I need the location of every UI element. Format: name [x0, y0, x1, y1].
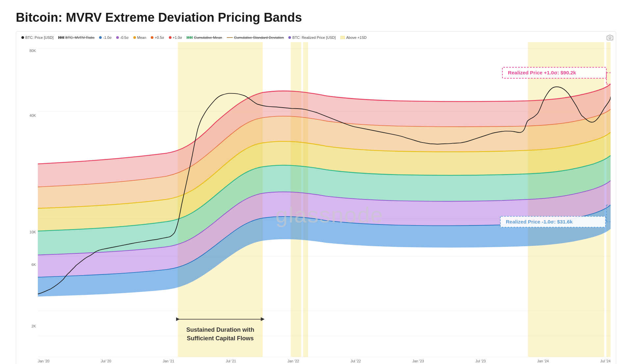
x-label-jan20: Jan '20 [38, 359, 49, 363]
page-title: Bitcoin: MVRV Extreme Deviation Pricing … [16, 11, 616, 25]
legend-label-plus1: +1.0σ [173, 36, 182, 39]
y-label-40k: 40K [29, 114, 36, 117]
legend-label-realized: BTC: Realized Price [USD] [292, 36, 335, 39]
main-chart-svg: glassnode Sustained Duration with Suffic… [38, 42, 611, 357]
legend-label-mean: Mean [137, 36, 146, 39]
svg-text:Sustained Duration with: Sustained Duration with [186, 326, 254, 333]
x-label-jul22: Jul '22 [351, 359, 361, 363]
legend-dot-minus05 [116, 36, 119, 39]
legend-label-plus05: +0.5σ [155, 36, 164, 39]
camera-icon[interactable] [607, 34, 613, 42]
legend-label-cum-mean: Cumulative Mean [194, 36, 222, 39]
legend-cumulative-stddev: Cumulative Standard Deviation [227, 36, 284, 39]
chart-legend: BTC: Price [USD] BTC: MVRV Ratio -1.0σ -… [21, 36, 611, 39]
chart-wrapper: 80K 40K 10K 6K 2K [21, 42, 611, 364]
legend-cumulative-mean: Cumulative Mean [187, 36, 222, 39]
legend-mvrv-ratio: BTC: MVRV Ratio [58, 36, 94, 39]
legend-btc-price: BTC: Price [USD] [21, 36, 54, 39]
svg-text:glassnode: glassnode [276, 203, 384, 227]
y-label-10k: 10K [29, 230, 36, 234]
legend-realized-price: BTC: Realized Price [USD] [288, 36, 335, 39]
chart-container: BTC: Price [USD] BTC: MVRV Ratio -1.0σ -… [16, 31, 616, 364]
legend-dot-realized [288, 36, 291, 39]
legend-minus05sigma: -0.5σ [116, 36, 129, 39]
y-label-6k: 6K [32, 263, 36, 267]
x-label-jul21: Jul '21 [226, 359, 236, 363]
legend-mean: Mean [133, 36, 146, 39]
legend-label-cum-std: Cumulative Standard Deviation [234, 36, 284, 39]
x-label-jul24: Jul '24 [600, 359, 610, 363]
legend-above-1sd: Above +1SD [340, 36, 367, 39]
y-axis: 80K 40K 10K 6K 2K [21, 42, 38, 364]
legend-dot-btc-price [21, 36, 24, 39]
x-label-jan22: Jan '22 [288, 359, 299, 363]
x-axis: Jan '20 Jul '20 Jan '21 Jul '21 Jan '22 … [38, 358, 611, 363]
legend-label-btc-price: BTC: Price [USD] [25, 36, 54, 39]
svg-text:Sufficient Capital Flows: Sufficient Capital Flows [187, 335, 254, 342]
legend-dot-plus05 [151, 36, 153, 39]
legend-label-minus05: -0.5σ [120, 36, 129, 39]
x-label-jan23: Jan '23 [412, 359, 424, 363]
svg-point-0 [609, 37, 611, 39]
x-label-jan24: Jan '24 [537, 359, 549, 363]
legend-label-mvrv: BTC: MVRV Ratio [66, 36, 94, 39]
x-label-jul23: Jul '23 [475, 359, 486, 363]
legend-dot-mean [133, 36, 136, 39]
legend-rect-above1sd [340, 36, 345, 39]
legend-line-mvrv [58, 37, 64, 38]
chart-svg-wrapper: glassnode Sustained Duration with Suffic… [38, 42, 611, 364]
x-label-jul20: Jul '20 [101, 359, 111, 363]
y-label-2k: 2K [32, 324, 36, 328]
legend-minus1sigma: -1.0σ [99, 36, 112, 39]
legend-line-cum-mean [187, 37, 193, 38]
legend-label-above1sd: Above +1SD [346, 36, 367, 39]
svg-text:Realized Price -1.0σ: $31.6k: Realized Price -1.0σ: $31.6k [506, 219, 573, 224]
page-container: Bitcoin: MVRV Extreme Deviation Pricing … [0, 0, 632, 364]
legend-plus05sigma: +0.5σ [151, 36, 164, 39]
legend-plus1sigma: +1.0σ [169, 36, 182, 39]
legend-label-minus1: -1.0σ [103, 36, 112, 39]
legend-dot-plus1 [169, 36, 171, 39]
x-label-jan21: Jan '21 [163, 359, 174, 363]
svg-text:Realized Price +1.0σ: $90.2k: Realized Price +1.0σ: $90.2k [508, 70, 576, 75]
legend-dot-minus1 [99, 36, 102, 39]
legend-line-cum-std [227, 37, 233, 38]
y-label-80k: 80K [29, 49, 36, 53]
